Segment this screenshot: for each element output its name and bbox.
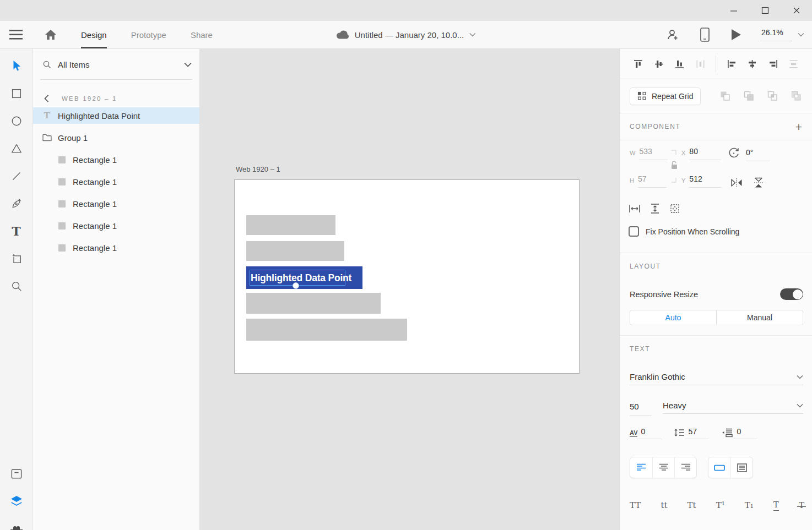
maximize-button[interactable] — [749, 0, 781, 21]
area-text-button[interactable] — [730, 457, 753, 478]
font-weight-dropdown[interactable]: Heavy — [663, 397, 803, 414]
layer-row-rectangle[interactable]: Rectangle 1 — [33, 215, 199, 237]
boolean-union-icon[interactable] — [719, 90, 731, 102]
repeat-grid-button[interactable]: Repeat Grid — [630, 88, 701, 105]
pen-tool[interactable] — [4, 190, 29, 217]
resize-mode-auto[interactable]: Auto — [630, 310, 716, 325]
zoom-level-field[interactable]: 26.1% — [760, 28, 792, 41]
point-text-button[interactable] — [708, 457, 730, 478]
artboard-tool[interactable] — [4, 245, 29, 272]
highlighted-bar[interactable]: Highlighted Data Point — [246, 266, 362, 289]
paragraph-spacing-field[interactable]: 0 — [721, 427, 757, 439]
resize-mode-manual[interactable]: Manual — [716, 310, 803, 325]
font-size-field[interactable]: 50 — [630, 402, 652, 416]
align-right-icon[interactable] — [768, 59, 778, 69]
chevron-down-icon[interactable] — [184, 62, 192, 67]
ellipse-tool[interactable] — [4, 107, 29, 135]
y-value[interactable]: 512 — [689, 174, 721, 188]
distribute-horizontal-icon[interactable] — [695, 59, 706, 69]
document-title[interactable]: Untitled — January 20, 10.0... — [336, 30, 476, 40]
superscript-button[interactable]: T¹ — [716, 500, 725, 510]
layer-row-group[interactable]: Group 1 — [33, 127, 199, 149]
rotation-value[interactable]: 0° — [746, 148, 770, 161]
layer-row-highlighted-data-point[interactable]: T Highlighted Data Point — [33, 107, 199, 124]
align-top-icon[interactable] — [633, 59, 643, 69]
font-family-dropdown[interactable]: Franklin Gothic — [630, 369, 803, 385]
select-tool[interactable] — [4, 52, 29, 80]
boolean-intersect-icon[interactable] — [767, 90, 778, 102]
layer-row-rectangle[interactable]: Rectangle 1 — [33, 171, 199, 193]
assets-panel-button[interactable] — [0, 460, 33, 488]
align-text-right-button[interactable] — [674, 457, 696, 478]
fix-position-row[interactable]: Fix Position When Scrolling — [629, 226, 739, 237]
zoom-chevron-button[interactable] — [798, 32, 804, 37]
responsive-resize-toggle[interactable] — [780, 288, 803, 300]
align-text-left-button[interactable] — [630, 457, 652, 478]
selection-handle[interactable] — [293, 282, 299, 289]
text-tool[interactable]: T — [4, 217, 29, 245]
distribute-vertical-icon[interactable] — [788, 59, 799, 69]
character-spacing-value[interactable]: 0 — [637, 427, 662, 439]
layer-row-rectangle[interactable]: Rectangle 1 — [33, 237, 199, 259]
align-center-icon[interactable] — [747, 59, 757, 69]
x-position-field[interactable]: X 80 — [681, 147, 721, 160]
lock-aspect-control[interactable] — [668, 149, 680, 183]
align-bottom-icon[interactable] — [674, 59, 685, 69]
width-value[interactable]: 533 — [639, 147, 668, 160]
minimize-button[interactable] — [718, 0, 749, 21]
uppercase-button[interactable]: TT — [630, 500, 641, 510]
subscript-button[interactable]: T₁ — [745, 500, 754, 510]
close-button[interactable] — [781, 0, 812, 21]
layers-filter-row[interactable]: All Items — [33, 49, 199, 80]
main-menu-button[interactable] — [9, 30, 23, 40]
x-value[interactable]: 80 — [689, 147, 721, 160]
height-value[interactable]: 57 — [638, 174, 667, 188]
rectangle-tool[interactable] — [4, 80, 29, 107]
resize-horizontal-icon[interactable] — [629, 204, 641, 214]
tab-prototype[interactable]: Prototype — [131, 21, 166, 48]
gray-bar[interactable] — [246, 293, 381, 314]
line-tool[interactable] — [4, 162, 29, 190]
rotation-field[interactable]: 0° — [728, 147, 770, 161]
align-middle-icon[interactable] — [654, 59, 664, 69]
resize-free-icon[interactable] — [669, 203, 680, 214]
align-left-icon[interactable] — [727, 59, 737, 69]
layers-panel-button[interactable] — [0, 488, 33, 515]
zoom-tool[interactable] — [4, 272, 29, 300]
boolean-exclude-icon[interactable] — [791, 90, 802, 102]
boolean-subtract-icon[interactable] — [743, 90, 755, 102]
tab-share[interactable]: Share — [191, 21, 213, 48]
y-position-field[interactable]: Y 512 — [681, 174, 721, 188]
plugins-panel-button[interactable] — [0, 515, 33, 530]
strikethrough-button[interactable]: T — [799, 500, 804, 510]
add-component-state-button[interactable]: + — [795, 121, 802, 133]
character-spacing-field[interactable]: AV 0 — [630, 427, 662, 439]
underline-button[interactable]: T — [773, 500, 779, 511]
desktop-preview-button[interactable] — [730, 29, 741, 41]
resize-vertical-icon[interactable] — [649, 203, 661, 214]
flip-horizontal-icon[interactable] — [730, 177, 743, 188]
line-spacing-field[interactable]: 57 — [674, 427, 709, 439]
preview-on-device-button[interactable] — [700, 28, 710, 42]
gray-bar[interactable] — [246, 215, 335, 235]
artboard[interactable]: Highlighted Data Point — [234, 179, 580, 374]
flip-vertical-icon[interactable] — [753, 177, 764, 189]
lowercase-button[interactable]: tt — [661, 500, 667, 510]
height-field[interactable]: H 57 — [630, 174, 667, 188]
chevron-left-icon[interactable] — [44, 95, 49, 102]
layer-row-rectangle[interactable]: Rectangle 1 — [33, 193, 199, 215]
layer-row-rectangle[interactable]: Rectangle 1 — [33, 149, 199, 171]
align-text-center-button[interactable] — [652, 457, 674, 478]
polygon-tool[interactable] — [4, 135, 29, 162]
paragraph-spacing-value[interactable]: 0 — [733, 427, 757, 439]
share-invite-button[interactable] — [666, 28, 679, 41]
artboard-name[interactable]: Web 1920 – 1 — [236, 165, 280, 173]
line-spacing-value[interactable]: 57 — [685, 427, 709, 439]
gray-bar[interactable] — [246, 241, 344, 261]
titlecase-button[interactable]: Tt — [688, 500, 696, 510]
gray-bar[interactable] — [246, 319, 407, 341]
width-field[interactable]: W 533 — [630, 147, 668, 160]
canvas[interactable]: Web 1920 – 1 Highlighted Data Point — [200, 49, 619, 530]
home-button[interactable] — [45, 29, 57, 40]
fix-position-checkbox[interactable] — [629, 226, 639, 237]
